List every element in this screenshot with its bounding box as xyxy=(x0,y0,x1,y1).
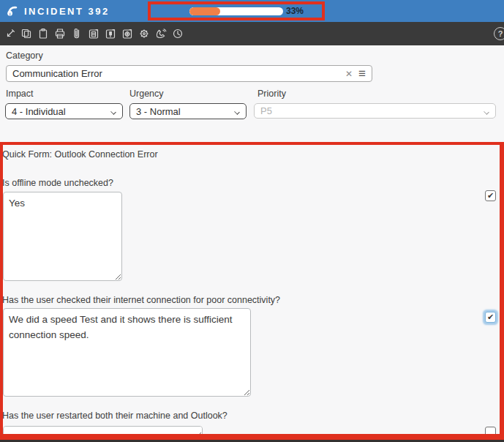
priority-value: P5 xyxy=(260,105,272,116)
question-3-checkbox[interactable]: ✔ xyxy=(485,427,496,438)
question-3-answer-textarea[interactable] xyxy=(3,426,203,439)
chevron-down-icon xyxy=(484,109,489,115)
bottom-edge xyxy=(0,439,504,442)
chevron-down-icon xyxy=(110,109,116,115)
gear-panel-icon[interactable] xyxy=(121,28,133,40)
question-2-label: Has the user checked their internet conn… xyxy=(2,295,280,305)
category-label: Category xyxy=(6,50,43,61)
check-icon: ✔ xyxy=(487,313,494,321)
print-icon[interactable] xyxy=(54,28,66,40)
urgency-label: Urgency xyxy=(129,89,164,99)
question-1-label: Is offline mode unchecked? xyxy=(2,178,113,188)
clear-category-icon[interactable]: ✕ xyxy=(345,69,353,79)
quick-form-title: Quick Form: Outlook Connection Error xyxy=(2,149,158,160)
incident-page: i INCIDENT 392 33% xyxy=(0,0,504,442)
title-bar: i INCIDENT 392 33% xyxy=(0,0,504,22)
incident-phone-icon: i xyxy=(7,5,19,17)
attachment-icon[interactable] xyxy=(71,28,83,40)
phone-icon[interactable] xyxy=(155,28,167,40)
toolbar: ? xyxy=(0,22,504,45)
question-2-answer-textarea[interactable]: We did a speed Test and it shows there i… xyxy=(3,308,251,397)
help-icon[interactable]: ? xyxy=(494,27,504,40)
question-1-answer-textarea[interactable]: Yes xyxy=(3,192,122,281)
question-1-checkbox[interactable]: ✔ xyxy=(485,190,496,201)
progress-bar xyxy=(189,7,283,15)
category-field[interactable]: Communication Error ✕ ≡ xyxy=(6,65,372,82)
category-menu-icon[interactable]: ≡ xyxy=(358,70,366,78)
check-icon: ✔ xyxy=(487,192,494,200)
impact-label: Impact xyxy=(6,89,34,99)
copy-icon[interactable] xyxy=(20,28,32,40)
category-value: Communication Error xyxy=(12,68,345,79)
question-2-checkbox[interactable]: ✔ xyxy=(485,312,496,323)
page-title: INCIDENT 392 xyxy=(24,6,110,17)
urgency-value: 3 - Normal xyxy=(136,106,181,117)
priority-label: Priority xyxy=(257,89,286,99)
gear-icon[interactable] xyxy=(138,28,150,40)
question-3-label: Has the user restarted both their machin… xyxy=(2,411,227,421)
progress-percent-label: 33% xyxy=(286,6,304,16)
impact-value: 4 - Individual xyxy=(12,106,66,117)
chevron-down-icon xyxy=(234,109,240,115)
document-panel-icon[interactable] xyxy=(88,28,99,40)
impact-select[interactable]: 4 - Individual xyxy=(5,103,123,119)
urgency-select[interactable]: 3 - Normal xyxy=(129,103,247,119)
collapse-arrow-icon[interactable] xyxy=(4,28,15,40)
clock-icon[interactable] xyxy=(172,28,184,40)
template-panel-icon[interactable] xyxy=(105,28,116,40)
priority-select-disabled: P5 xyxy=(254,103,496,119)
clipboard-icon[interactable] xyxy=(37,28,49,40)
svg-text:i: i xyxy=(10,11,11,16)
progress-bar-fill xyxy=(189,7,220,15)
